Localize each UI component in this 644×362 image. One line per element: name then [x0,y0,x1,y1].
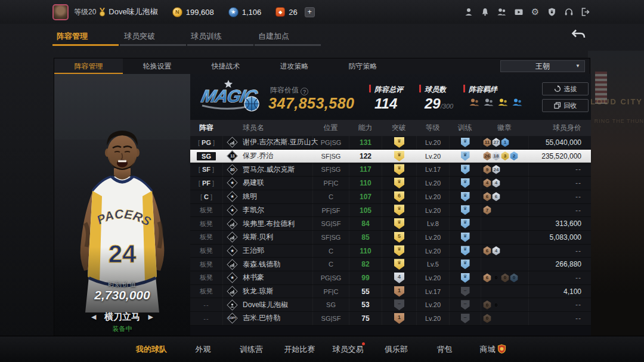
position-cell: SF|SG [312,150,349,163]
top-bar: 等级20 Dove味儿泡椒 N 199,608 ★ 1,106 ◆ 26 + ⚙ [0,0,644,24]
ability-cell: 122 [349,150,382,163]
select-button[interactable]: 选拔 [542,82,589,95]
training-cell: ♛ [449,163,481,176]
nav-tab-0[interactable]: 阵容管理 [57,31,88,42]
price-cell: 313,600 [528,217,591,230]
badge-hex: 2 [510,151,518,160]
slot-badge: 板凳 [200,206,213,214]
position-cell: PF|C [312,285,349,298]
table-row[interactable]: 板凳狄龙.琼斯PF|C551Lv.17–4,100 [190,285,591,299]
slot-cell: [ SF ] [190,166,222,173]
support-icon[interactable] [564,7,574,17]
player-name: 谢伊.吉尔杰斯.亚历山大 [243,137,318,147]
recycle-button[interactable]: 回收 [542,99,589,112]
bottom-nav-7[interactable]: 商城 [469,344,517,355]
table-row[interactable]: [ SF ]80贾马尔.威尔克斯SF|SG117♛Lv.17♛924-- [190,163,591,177]
medal-icon [99,8,106,17]
training-cell: ♛ [449,177,481,190]
badge-hex: 9 [483,165,491,174]
bottom-nav-2[interactable]: 训练营 [227,344,275,355]
top-icons: ⚙ [463,0,590,24]
username: Dove味儿泡椒 [109,7,157,17]
next-moment-arrow[interactable]: ▶ [148,313,153,321]
nav-tab-2[interactable]: 球员训练 [191,31,222,42]
lineup-dropdown[interactable]: 王朝 ▼ [500,60,585,72]
player-type-icon: 80 [227,164,237,175]
badges-cell: 261832 [481,150,528,163]
exit-icon[interactable] [580,7,590,17]
panel-tab-4[interactable]: 防守策略 [329,58,397,74]
bottom-nav-1[interactable]: 外观 [179,344,227,355]
profile-icon[interactable] [463,7,473,17]
slot-cell: -- [190,315,222,322]
table-row[interactable]: --COPY吉米.巴特勒SG|SF751Lv.20–0-- [190,312,591,326]
training-badge: ♛ [461,259,470,269]
slot-cell: 板凳 [190,219,222,228]
table-row[interactable]: 板凳★王治郅C110♛Lv.20♛64-- [190,245,591,258]
slot-cell: [ PF ] [190,180,222,187]
table-row[interactable]: 板凳埃斯.贝利SF|SG855Lv.20♛5,083,000 [190,231,591,245]
player-type-icon: 13 [227,150,237,161]
badge-hex: 6 [483,246,491,255]
badges-cell [481,217,528,230]
position-cell: SF|SG [312,231,349,244]
video-icon[interactable] [513,7,524,17]
back-button[interactable] [571,28,587,43]
breakthrough-cell: ♛ [382,177,416,190]
bottom-nav-3[interactable]: 开始比赛 [275,344,324,355]
ability-cell: 110 [349,177,382,190]
coin-icon: N [172,7,182,17]
nav-tab-1[interactable]: 球员突破 [124,31,155,42]
table-footer-filler [190,326,591,336]
table-row[interactable]: SG13保罗.乔治SF|SG122♛Lv.20♛261832235,520,00… [190,150,591,163]
breakthrough-cell: 6 [382,190,416,203]
star-icon: ★ [228,7,239,17]
table-row[interactable]: [ C ]★姚明C1076Lv.20♛66-- [190,190,591,204]
bond-bronze-icon [469,98,480,109]
panel-tab-0[interactable]: 阵容管理 [54,58,123,74]
add-currency-button[interactable]: + [305,7,315,17]
breakthrough-cell: ♛ [382,258,416,271]
avatar[interactable] [52,4,69,20]
price-cell: -- [528,190,591,203]
team-logo: MAGIC [193,78,267,116]
table-row[interactable]: 板凳★林书豪PG|SG994Lv.20♛6000-- [190,271,591,285]
bottom-nav-4[interactable]: 球员交易 [324,344,372,355]
bottom-nav-5[interactable]: 俱乐部 [372,344,420,355]
bottom-nav-0[interactable]: 我的球队 [124,344,179,355]
ability-cell: 55 [349,285,382,298]
col-breakthrough: 突破 [382,123,416,133]
player-name: 埃斯.贝利 [243,232,273,242]
ability-cell: 53 [349,298,382,311]
table-row[interactable]: [ PF ]★易建联PF|C110♛Lv.20♛44-- [190,177,591,190]
badges-cell: 64 [481,245,528,258]
team-summary: MAGIC 阵容价值? 347,853,580 阵容总评 114 球员数 29/… [190,74,591,120]
badges-cell [481,231,528,244]
settings-icon[interactable]: ⚙ [530,7,540,17]
player-count-max: /300 [441,103,453,110]
ability-cell: 110 [349,245,382,258]
security-icon[interactable] [547,7,557,17]
table-row[interactable]: 板凳★李凯尔PF|SF105♛Lv.20♛7-- [190,204,591,218]
badges-cell: 44 [481,177,528,190]
level-cell: Lv.20 [416,231,449,244]
slot-badge: 板凳 [200,233,213,240]
level-cell: Lv.20 [416,150,449,163]
friends-icon[interactable] [497,7,507,17]
table-row[interactable]: [ PG ]谢伊.吉尔杰斯.亚历山大PG|SG131♛Lv.20♛1127155… [190,136,591,150]
name-cell: ★李凯尔 [222,204,312,217]
training-badge: ♛ [461,219,470,228]
slot-cell: [ PG ] [190,139,222,146]
panel-tab-1[interactable]: 轮换设置 [123,58,191,74]
ability-cell: 82 [349,258,382,271]
panel-tab-3[interactable]: 进攻策略 [260,58,329,74]
table-row[interactable]: 板凳埃弗里.布拉德利SG|SF84♛Lv.8♛313,600 [190,217,591,231]
panel-tab-2[interactable]: 快捷战术 [191,58,260,74]
table-row[interactable]: 板凳泰森.钱德勒C82♛Lv.5♛266,880 [190,258,591,271]
table-row[interactable]: --Dove味儿泡椒SG53–Lv.20–00-- [190,298,591,312]
training-cell: ♛ [449,204,481,217]
bottom-nav-6[interactable]: 背包 [420,344,469,355]
nav-tab-3[interactable]: 自建加点 [258,31,289,42]
breakthrough-badge: 5 [394,232,404,243]
notifications-icon[interactable] [480,7,490,17]
